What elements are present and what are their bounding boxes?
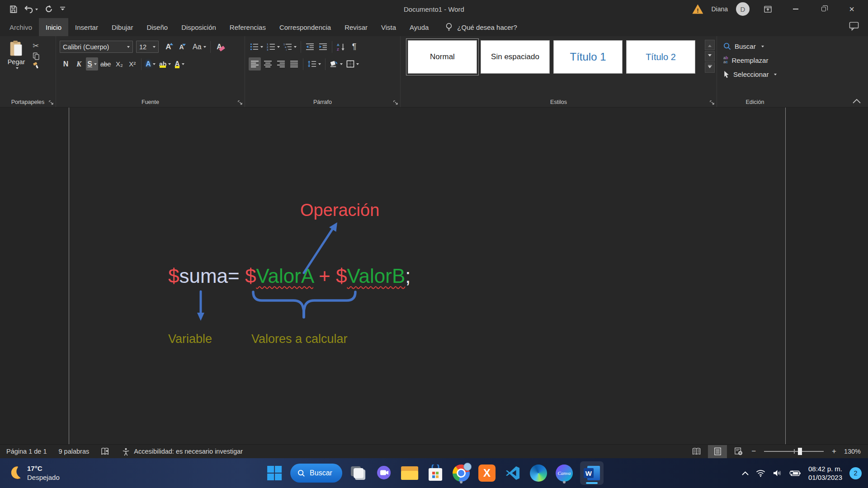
tab-insertar[interactable]: Insertar bbox=[68, 18, 105, 36]
taskbar-search[interactable]: Buscar bbox=[290, 464, 342, 483]
ribbon-display-options-button[interactable] bbox=[758, 0, 778, 18]
format-painter-icon[interactable] bbox=[33, 62, 40, 69]
increase-indent-button[interactable] bbox=[317, 40, 329, 53]
feedback-comment-icon[interactable] bbox=[849, 22, 859, 31]
multilevel-list-button[interactable]: 1ai bbox=[282, 40, 298, 53]
align-left-button[interactable] bbox=[249, 57, 261, 70]
close-button[interactable]: × bbox=[842, 0, 862, 18]
tab-revisar[interactable]: Revisar bbox=[338, 18, 374, 36]
tab-diseno[interactable]: Diseño bbox=[140, 18, 175, 36]
zoom-out-button[interactable]: − bbox=[750, 447, 758, 456]
warning-icon[interactable]: ! bbox=[692, 5, 703, 14]
canva-icon[interactable]: Canva bbox=[554, 462, 574, 484]
sort-button[interactable]: AZ bbox=[335, 40, 347, 53]
font-color-button[interactable]: A bbox=[173, 57, 186, 70]
align-center-button[interactable] bbox=[262, 57, 274, 70]
cut-icon[interactable]: ✂ bbox=[33, 41, 40, 51]
style-sin-espaciado[interactable]: Sin espaciado bbox=[481, 40, 550, 74]
shading-button[interactable] bbox=[328, 57, 344, 70]
accessibility-status[interactable]: Accesibilidad: es necesario investigar bbox=[122, 447, 243, 456]
find-button[interactable]: Buscar bbox=[721, 40, 789, 52]
change-case-button[interactable]: Aa bbox=[191, 40, 208, 53]
bold-button[interactable]: N bbox=[60, 57, 72, 70]
strikethrough-button[interactable]: abe bbox=[99, 57, 112, 70]
tab-referencias[interactable]: Referencias bbox=[223, 18, 273, 36]
highlight-color-button[interactable]: ab bbox=[158, 57, 172, 70]
grow-font-button[interactable]: A bbox=[162, 40, 175, 53]
avatar[interactable]: D bbox=[736, 2, 750, 16]
text-effects-button[interactable]: A bbox=[144, 57, 157, 70]
dialog-launcher-icon[interactable] bbox=[238, 100, 242, 105]
decrease-indent-button[interactable] bbox=[304, 40, 316, 53]
word-count[interactable]: 9 palabras bbox=[59, 448, 90, 455]
select-button[interactable]: Seleccionar bbox=[721, 68, 789, 80]
shrink-font-button[interactable]: A bbox=[175, 40, 188, 53]
bullets-button[interactable] bbox=[249, 40, 264, 53]
underline-button[interactable]: S bbox=[86, 57, 98, 70]
file-explorer-icon[interactable] bbox=[400, 462, 420, 484]
borders-button[interactable] bbox=[345, 57, 360, 70]
tab-vista[interactable]: Vista bbox=[374, 18, 403, 36]
numbering-button[interactable]: 123 bbox=[265, 40, 281, 53]
xampp-icon[interactable]: X bbox=[477, 462, 497, 484]
print-layout-button[interactable] bbox=[708, 445, 727, 458]
style-titulo-2[interactable]: Título 2 bbox=[626, 40, 695, 74]
word-app-icon[interactable]: W bbox=[580, 461, 604, 485]
tab-archivo[interactable]: Archivo bbox=[3, 18, 39, 36]
styles-scroll-up-button[interactable] bbox=[705, 40, 715, 50]
vscode-icon[interactable] bbox=[503, 462, 523, 484]
line-spacing-button[interactable] bbox=[306, 57, 322, 70]
clock-widget[interactable]: 08:42 p. m. 01/03/2023 bbox=[808, 465, 842, 482]
weather-widget[interactable]: 17°C Despejado bbox=[0, 464, 60, 483]
save-icon[interactable] bbox=[9, 5, 18, 14]
account-name[interactable]: Diana bbox=[711, 5, 728, 13]
battery-icon[interactable] bbox=[789, 469, 801, 477]
chrome-icon[interactable] bbox=[451, 462, 471, 484]
undo-icon[interactable] bbox=[24, 5, 38, 14]
pilcrow-button[interactable]: ¶ bbox=[348, 40, 360, 53]
zoom-in-button[interactable]: + bbox=[830, 447, 838, 456]
web-layout-button[interactable] bbox=[729, 445, 748, 458]
tab-ayuda[interactable]: Ayuda bbox=[403, 18, 435, 36]
dialog-launcher-icon[interactable] bbox=[393, 100, 398, 105]
tab-correspondencia[interactable]: Correspondencia bbox=[273, 18, 338, 36]
microsoft-store-icon[interactable] bbox=[425, 462, 445, 484]
edge-icon[interactable] bbox=[528, 462, 548, 484]
redo-icon[interactable] bbox=[44, 5, 53, 14]
proofing-icon[interactable] bbox=[101, 447, 110, 455]
chat-app-icon[interactable] bbox=[374, 462, 394, 484]
zoom-percentage[interactable]: 130% bbox=[840, 448, 861, 455]
font-name-select[interactable]: Calibri (Cuerpo) bbox=[60, 41, 133, 53]
wifi-icon[interactable] bbox=[756, 469, 765, 477]
notification-badge[interactable]: 2 bbox=[849, 467, 862, 479]
tell-me-box[interactable]: ¿Qué desea hacer? bbox=[445, 18, 517, 36]
document-canvas[interactable]: Operación $suma= $ValorA + $ValorB; Vari… bbox=[0, 108, 868, 444]
subscript-button[interactable]: X₂ bbox=[113, 57, 125, 70]
tab-disposicion[interactable]: Disposición bbox=[175, 18, 223, 36]
restore-button[interactable] bbox=[814, 0, 834, 18]
justify-button[interactable] bbox=[288, 57, 300, 70]
start-button[interactable] bbox=[264, 462, 284, 484]
collapse-ribbon-icon[interactable] bbox=[853, 99, 861, 103]
styles-more-button[interactable] bbox=[705, 62, 715, 73]
customize-toolbar-icon[interactable] bbox=[60, 6, 66, 12]
dialog-launcher-icon[interactable] bbox=[49, 100, 53, 105]
styles-scroll-down-button[interactable] bbox=[705, 51, 715, 61]
paste-button[interactable]: Pegar bbox=[4, 40, 29, 70]
align-right-button[interactable] bbox=[275, 57, 287, 70]
read-mode-button[interactable] bbox=[687, 445, 706, 458]
superscript-button[interactable]: X² bbox=[126, 57, 138, 70]
clear-formatting-button[interactable]: A bbox=[213, 40, 226, 53]
minimize-button[interactable] bbox=[786, 0, 806, 18]
tab-inicio[interactable]: Inicio bbox=[39, 18, 68, 36]
tab-dibujar[interactable]: Dibujar bbox=[105, 18, 140, 36]
copy-icon[interactable] bbox=[33, 52, 40, 60]
volume-icon[interactable] bbox=[773, 469, 782, 477]
dialog-launcher-icon[interactable] bbox=[710, 100, 714, 105]
zoom-slider[interactable] bbox=[764, 451, 824, 452]
tray-chevron-icon[interactable] bbox=[742, 471, 749, 475]
italic-button[interactable]: K bbox=[73, 57, 85, 70]
task-view-button[interactable] bbox=[348, 462, 368, 484]
replace-button[interactable]: ab ac Reemplazar bbox=[721, 54, 789, 66]
font-size-select[interactable]: 12 bbox=[136, 41, 159, 53]
